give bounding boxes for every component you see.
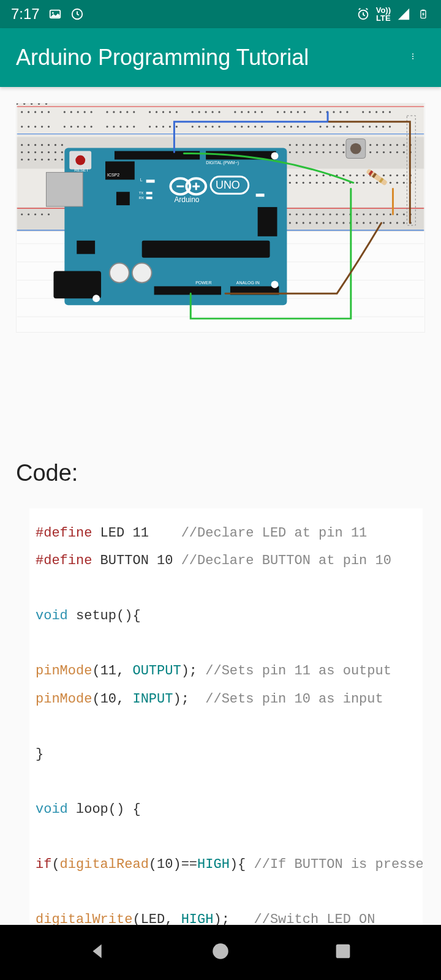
system-nav-bar [0, 925, 441, 980]
svg-point-88 [149, 126, 151, 127]
svg-point-218 [41, 213, 43, 215]
svg-point-33 [64, 111, 66, 113]
svg-point-215 [21, 213, 23, 215]
svg-point-147 [342, 144, 344, 146]
svg-point-86 [126, 126, 128, 127]
svg-point-92 [176, 126, 178, 127]
svg-point-1 [52, 12, 54, 14]
svg-point-163 [323, 151, 325, 153]
svg-point-296 [271, 281, 279, 288]
nav-back-button[interactable] [88, 941, 108, 964]
svg-point-299 [350, 143, 361, 154]
svg-point-155 [396, 144, 398, 146]
svg-point-76 [41, 126, 43, 127]
svg-point-74 [28, 126, 29, 127]
svg-point-140 [296, 144, 298, 146]
code-heading: Code: [16, 460, 425, 486]
svg-text:UNO: UNO [216, 179, 240, 191]
svg-point-231 [363, 213, 364, 215]
svg-point-212 [396, 182, 398, 184]
svg-point-179 [303, 175, 304, 176]
svg-point-36 [84, 111, 86, 113]
svg-point-305 [213, 943, 228, 959]
svg-point-171 [376, 151, 378, 153]
cast-icon [70, 7, 84, 21]
signal-icon [397, 7, 410, 21]
svg-point-65 [333, 111, 334, 113]
svg-rect-265 [154, 286, 221, 295]
svg-point-70 [375, 111, 377, 113]
svg-point-233 [376, 213, 378, 215]
svg-point-178 [296, 175, 298, 176]
svg-point-110 [333, 126, 334, 127]
svg-point-151 [369, 144, 371, 146]
svg-point-97 [218, 126, 220, 127]
svg-point-243 [316, 222, 318, 224]
svg-point-201 [323, 182, 325, 184]
overflow-menu-button[interactable] [404, 40, 425, 75]
svg-point-47 [176, 111, 178, 113]
svg-point-180 [309, 175, 311, 176]
svg-point-113 [362, 126, 364, 127]
svg-point-182 [323, 175, 325, 176]
svg-point-107 [304, 126, 306, 127]
svg-point-228 [342, 213, 344, 215]
svg-point-62 [304, 111, 306, 113]
svg-point-144 [323, 144, 325, 146]
svg-point-7 [412, 56, 413, 57]
svg-text:RESET: RESET [74, 168, 89, 172]
svg-point-128 [41, 151, 43, 153]
svg-point-8 [412, 58, 413, 59]
svg-point-114 [369, 126, 371, 127]
svg-point-90 [162, 126, 164, 127]
svg-point-239 [289, 222, 291, 224]
svg-point-44 [156, 111, 157, 113]
svg-point-117 [389, 126, 391, 127]
svg-point-84 [113, 126, 115, 127]
svg-point-112 [346, 126, 348, 127]
svg-point-77 [48, 126, 50, 127]
svg-point-142 [309, 144, 311, 146]
nav-home-button[interactable] [210, 941, 231, 964]
svg-point-39 [113, 111, 115, 113]
push-button [346, 139, 366, 159]
svg-point-78 [64, 126, 66, 127]
svg-point-111 [339, 126, 341, 127]
svg-point-192 [390, 175, 391, 176]
status-time: 7:17 [11, 6, 40, 23]
svg-point-251 [369, 222, 371, 224]
image-icon [48, 7, 62, 21]
svg-point-206 [356, 182, 358, 184]
svg-point-40 [119, 111, 121, 113]
svg-point-38 [106, 111, 108, 113]
svg-point-224 [316, 213, 318, 215]
svg-point-161 [309, 151, 311, 153]
svg-point-162 [316, 151, 318, 153]
svg-point-252 [376, 222, 378, 224]
svg-point-135 [41, 159, 43, 160]
svg-point-152 [376, 144, 378, 146]
svg-point-221 [296, 213, 298, 215]
code-block: #define LED 11 //Declare LED at pin 11 #… [29, 508, 423, 980]
svg-point-79 [70, 126, 72, 127]
arduino-board: RESET ICSP2 L TX RX ON DIGITAL (PWM~) PO… [47, 148, 287, 306]
svg-text:L: L [140, 178, 143, 182]
svg-point-146 [336, 144, 337, 146]
svg-point-225 [323, 213, 325, 215]
svg-rect-306 [336, 944, 350, 959]
svg-point-103 [277, 126, 279, 127]
svg-point-174 [396, 151, 398, 153]
svg-text:Arduino: Arduino [174, 195, 199, 204]
svg-point-181 [316, 175, 318, 176]
svg-point-96 [211, 126, 213, 127]
svg-point-55 [247, 111, 249, 113]
svg-point-28 [21, 111, 23, 113]
svg-point-119 [28, 144, 29, 146]
nav-recent-button[interactable] [333, 941, 353, 964]
svg-point-250 [363, 222, 364, 224]
svg-point-99 [241, 126, 243, 127]
svg-point-246 [336, 222, 337, 224]
svg-point-61 [297, 111, 299, 113]
svg-point-134 [34, 159, 36, 160]
svg-point-32 [48, 111, 50, 113]
